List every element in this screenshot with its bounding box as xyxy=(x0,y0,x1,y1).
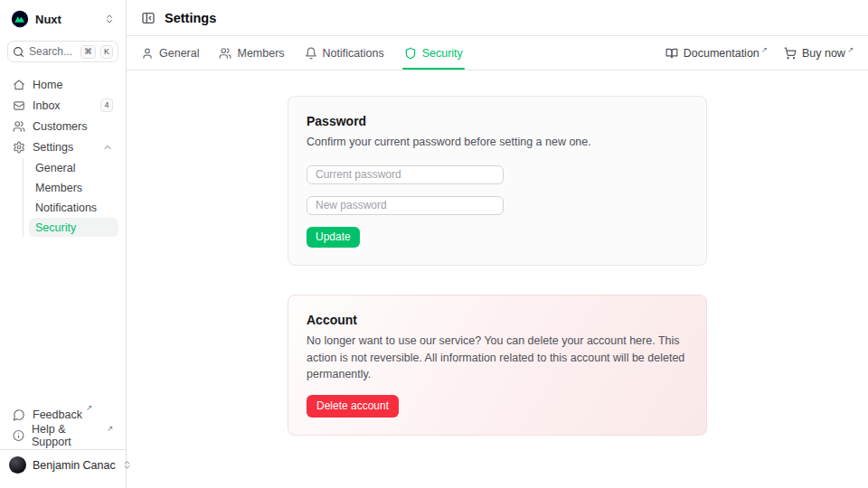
users-icon xyxy=(13,120,25,133)
sidebar-item-general[interactable]: General xyxy=(29,158,118,177)
user-menu[interactable]: Benjamin Canac xyxy=(0,449,126,481)
kbd-k: K xyxy=(100,45,113,59)
sidebar-item-label: Home xyxy=(33,79,62,91)
tab-members[interactable]: Members xyxy=(219,36,284,70)
tab-label: Notifications xyxy=(323,47,384,60)
tab-label: Security xyxy=(422,47,463,60)
update-password-button[interactable]: Update xyxy=(307,227,360,248)
external-link-icon: ↗ xyxy=(107,424,113,433)
users-icon xyxy=(219,47,231,60)
sidebar-item-label: Settings xyxy=(33,141,73,154)
external-link-icon: ↗ xyxy=(761,45,768,54)
settings-security-panel: Password Confirm your current password b… xyxy=(127,70,868,488)
settings-tabbar: General Members Notifications Security D… xyxy=(127,36,868,70)
tab-general[interactable]: General xyxy=(141,36,199,70)
sidebar-item-label: Inbox xyxy=(33,99,61,112)
sidebar-item-settings[interactable]: Settings xyxy=(7,137,118,156)
delete-account-button[interactable]: Delete account xyxy=(307,395,399,418)
password-card-description: Confirm your current password before set… xyxy=(307,134,688,151)
user-name: Benjamin Canac xyxy=(33,459,116,472)
search-icon xyxy=(13,46,24,58)
sidebar-item-home[interactable]: Home xyxy=(7,75,118,94)
home-icon xyxy=(13,79,25,91)
collapse-sidebar-button[interactable] xyxy=(141,11,156,25)
sidebar-item-members[interactable]: Members xyxy=(29,178,118,197)
tab-notifications[interactable]: Notifications xyxy=(305,36,384,70)
password-card: Password Confirm your current password b… xyxy=(288,96,707,266)
buy-now-label: Buy now xyxy=(802,47,845,60)
inbox-badge: 4 xyxy=(100,99,113,112)
feedback-link[interactable]: Feedback ↗ xyxy=(7,405,118,424)
chevrons-up-down-icon xyxy=(104,14,115,24)
page-header: Settings xyxy=(127,0,868,36)
account-card-description: No longer want to use our service? You c… xyxy=(307,333,688,383)
sidebar-item-notifications[interactable]: Notifications xyxy=(29,198,118,217)
tab-label: General xyxy=(159,47,199,60)
sidebar-item-label: General xyxy=(35,162,75,174)
shopping-cart-icon xyxy=(784,47,797,60)
sidebar-item-label: Notifications xyxy=(35,202,97,214)
help-support-link[interactable]: Help & Support ↗ xyxy=(7,426,118,445)
sidebar-item-label: Security xyxy=(35,221,76,234)
sidebar-item-inbox[interactable]: Inbox 4 xyxy=(7,96,118,115)
sidebar-item-security[interactable]: Security xyxy=(29,218,118,237)
external-link-icon: ↗ xyxy=(847,45,854,54)
sidebar-spacer xyxy=(7,237,118,405)
kbd-meta: ⌘ xyxy=(80,45,96,59)
nuxt-logo-icon xyxy=(11,10,29,28)
book-open-icon xyxy=(665,47,678,60)
avatar xyxy=(9,456,26,474)
page-title: Settings xyxy=(165,11,216,25)
sidebar-item-label: Customers xyxy=(33,120,87,133)
feedback-label: Feedback xyxy=(33,408,82,421)
password-card-title: Password xyxy=(307,114,688,128)
current-password-field[interactable] xyxy=(307,165,504,184)
bell-icon xyxy=(305,47,317,60)
sidebar-item-customers[interactable]: Customers xyxy=(7,117,118,136)
search-placeholder: Search... xyxy=(29,45,76,58)
shield-icon xyxy=(404,47,417,60)
search-input[interactable]: Search... ⌘ K xyxy=(7,41,118,62)
inbox-icon xyxy=(13,99,25,112)
user-icon xyxy=(141,47,154,60)
account-card: Account No longer want to use our servic… xyxy=(288,295,707,436)
workspace-name: Nuxt xyxy=(35,13,98,26)
buy-now-link[interactable]: Buy now ↗ xyxy=(784,47,854,60)
gear-icon xyxy=(13,141,25,154)
tabbar-actions: Documentation ↗ Buy now ↗ xyxy=(665,47,854,60)
external-link-icon: ↗ xyxy=(86,403,92,412)
sidebar: Nuxt Search... ⌘ K Home Inbox 4 Customer… xyxy=(0,0,127,488)
help-support-label: Help & Support xyxy=(32,423,103,448)
documentation-link[interactable]: Documentation ↗ xyxy=(665,47,768,60)
workspace-switcher[interactable]: Nuxt xyxy=(7,7,118,31)
sidebar-nav: Home Inbox 4 Customers Settings General … xyxy=(7,75,118,237)
settings-subnav: General Members Notifications Security xyxy=(23,158,118,237)
documentation-label: Documentation xyxy=(684,47,760,60)
message-bubble-icon xyxy=(13,408,25,421)
main-area: Settings General Members Notifications S… xyxy=(127,0,868,488)
tab-label: Members xyxy=(237,47,284,60)
sidebar-item-label: Members xyxy=(35,182,82,194)
info-circle-icon xyxy=(13,429,24,442)
chevron-up-icon xyxy=(102,142,113,153)
new-password-field[interactable] xyxy=(307,196,504,215)
account-card-title: Account xyxy=(307,313,688,327)
tab-security[interactable]: Security xyxy=(404,36,463,70)
sidebar-footer: Feedback ↗ Help & Support ↗ xyxy=(7,405,118,445)
panel-left-close-icon xyxy=(141,11,156,25)
